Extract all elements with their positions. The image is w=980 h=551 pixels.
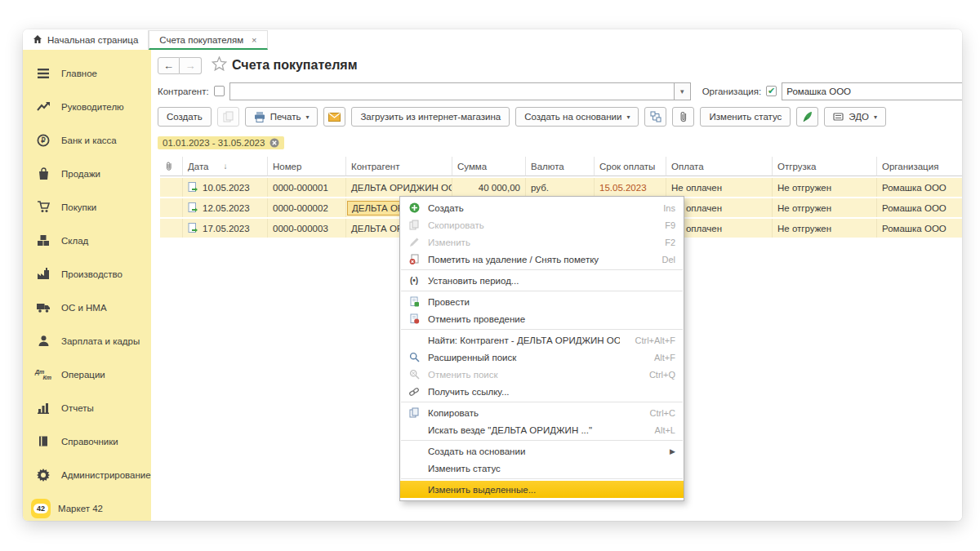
period-filter-chip[interactable]: 01.01.2023 - 31.05.2023 <box>158 136 284 149</box>
sidebar-item-sales[interactable]: Продажи <box>23 157 151 190</box>
cell-text: 17.05.2023 <box>203 224 250 233</box>
email-button[interactable] <box>323 107 345 127</box>
copy-document-button[interactable] <box>217 107 239 127</box>
tab-home[interactable]: Начальная страница <box>23 30 149 50</box>
create-button-label: Создать <box>167 112 203 122</box>
sidebar-item-references[interactable]: Справочники <box>23 424 151 458</box>
remove-filter-icon[interactable] <box>270 138 279 148</box>
cell-due: 15.05.2023 <box>595 178 666 197</box>
menu-item-create[interactable]: Создать Ins <box>400 199 684 216</box>
menu-item-change-status[interactable]: Изменить статус <box>400 460 684 477</box>
favorite-star-icon[interactable] <box>212 56 227 74</box>
column-label: Оплата <box>671 162 704 171</box>
advanced-search-icon <box>408 352 421 362</box>
factory-icon <box>35 266 51 282</box>
menu-item-get-link[interactable]: Получить ссылку... <box>400 383 684 400</box>
sidebar-item-main[interactable]: Главное <box>23 56 151 90</box>
org-checkbox[interactable]: ✔ <box>766 86 777 96</box>
cell-number: 0000-000003 <box>268 219 346 238</box>
sidebar-item-purchases[interactable]: Покупки <box>23 190 151 224</box>
column-label: Отгрузка <box>777 162 816 171</box>
menu-item-find-kontragent[interactable]: Найти: Контрагент - ДЕЛЬТА ОРИДЖИН ООО C… <box>400 331 684 349</box>
column-header-payment[interactable]: Оплата <box>666 157 773 176</box>
sidebar-item-production[interactable]: Производство <box>23 257 151 291</box>
menu-item-shortcut: Alt+L <box>655 425 675 435</box>
sidebar-item-label: Главное <box>61 69 97 78</box>
shopping-cart-icon <box>35 199 51 216</box>
related-documents-button[interactable] <box>644 107 666 127</box>
table-row[interactable]: 10.05.2023 0000-000001 ДЕЛЬТА ОРИДЖИН ОО… <box>160 178 962 197</box>
sidebar-item-reports[interactable]: Отчеты <box>23 391 151 424</box>
menu-item-cancel-search[interactable]: Отменить поиск Ctrl+Q <box>400 366 684 383</box>
sidebar-item-label: Банк и касса <box>61 136 117 145</box>
print-button[interactable]: Печать▾ <box>245 107 318 127</box>
tab-invoices-label: Счета покупателям <box>159 35 243 45</box>
cell-attachments <box>160 198 183 217</box>
back-button[interactable]: ← <box>158 57 180 74</box>
menu-item-advanced-search[interactable]: Расширенный поиск Alt+F <box>400 349 684 366</box>
sidebar-item-warehouse[interactable]: Склад <box>23 224 151 257</box>
tab-close-icon[interactable]: × <box>252 35 256 45</box>
menu-separator <box>401 402 683 402</box>
column-header-number[interactable]: Номер <box>268 157 346 176</box>
sidebar-item-label: Зарплата и кадры <box>61 336 140 346</box>
menu-item-label: Отменить поиск <box>428 370 635 380</box>
sidebar-item-market42[interactable]: 42 Маркет 42 <box>23 491 151 521</box>
column-header-attachments[interactable] <box>160 157 183 176</box>
sidebar-item-administration[interactable]: Администрирование <box>23 458 151 491</box>
menu-item-create-based-on[interactable]: Создать на основании ▶ <box>400 442 684 460</box>
kontragent-input[interactable] <box>229 82 675 100</box>
column-header-currency[interactable]: Валюта <box>526 157 595 176</box>
sidebar-item-bank[interactable]: ₽ Банк и касса <box>23 123 151 157</box>
sidebar-item-fixed-assets[interactable]: ОС и НМА <box>23 291 151 324</box>
cell-text: ДЕЛЬТА ОРИДЖИН ООО <box>351 183 452 193</box>
edo-icon <box>833 112 844 122</box>
load-from-shop-button[interactable]: Загрузить из интернет-магазина <box>351 107 510 127</box>
column-header-org[interactable]: Организация <box>877 157 962 176</box>
cell-text: 0000-000002 <box>273 203 328 213</box>
edo-button[interactable]: ЭДО▾ <box>824 107 886 127</box>
menu-item-copy-document[interactable]: Скопировать F9 <box>400 216 684 233</box>
forward-arrow-icon: → <box>185 60 196 72</box>
filter-chips-row: 01.01.2023 - 31.05.2023 <box>158 135 962 149</box>
nav-row: ← → Счета покупателям <box>158 55 962 76</box>
create-button[interactable]: Создать <box>158 107 212 127</box>
caret-down-icon: ▾ <box>874 113 877 121</box>
sign-button[interactable] <box>796 107 818 127</box>
sidebar-item-label: ОС и НМА <box>61 303 107 313</box>
menu-item-label: Получить ссылку... <box>428 387 661 397</box>
column-header-due[interactable]: Срок оплаты <box>595 157 666 176</box>
cell-payment: Не оплачен <box>666 178 773 197</box>
menu-item-copy[interactable]: Копировать Ctrl+C <box>400 404 684 421</box>
kontragent-dropdown-button[interactable]: ▾ <box>675 82 691 100</box>
menu-item-search-everywhere[interactable]: Искать везде "ДЕЛЬТА ОРИДЖИН ..." Alt+L <box>400 421 684 438</box>
org-input[interactable] <box>782 82 962 100</box>
menu-item-mark-deletion[interactable]: Пометить на удаление / Снять пометку Del <box>400 251 684 268</box>
menu-item-edit-selected[interactable]: Изменить выделенные... <box>400 481 684 498</box>
tab-invoices[interactable]: Счета покупателям × <box>149 30 267 50</box>
attachments-button[interactable] <box>672 107 694 127</box>
column-header-shipment[interactable]: Отгрузка <box>773 157 877 176</box>
cell-text: 0000-000001 <box>273 183 328 193</box>
sidebar-item-manager[interactable]: Руководителю <box>23 90 151 123</box>
create-based-on-label: Создать на основании <box>524 112 621 122</box>
column-label: Срок оплаты <box>599 162 655 171</box>
period-glyph: (•) <box>410 276 418 285</box>
envelope-icon <box>328 113 341 122</box>
bar-chart-icon <box>35 400 51 416</box>
sidebar-item-payroll[interactable]: Зарплата и кадры <box>23 324 151 358</box>
change-status-button[interactable]: Изменить статус <box>700 107 791 127</box>
menu-item-post[interactable]: Провести <box>400 293 684 310</box>
column-header-kontragent[interactable]: Контрагент <box>346 157 452 176</box>
column-header-sum[interactable]: Сумма <box>452 157 526 176</box>
sidebar-item-label: Справочники <box>61 437 118 447</box>
forward-button[interactable]: → <box>180 57 202 74</box>
menu-item-unpost[interactable]: Отменить проведение <box>400 310 684 327</box>
sidebar-item-operations[interactable]: Дт Кт Операции <box>23 358 151 391</box>
create-based-on-button[interactable]: Создать на основании▾ <box>515 107 639 127</box>
column-header-date[interactable]: Дата↓ <box>183 157 268 176</box>
menu-item-set-period[interactable]: (•) Установить период... <box>400 272 684 289</box>
copy-document-icon <box>223 111 234 122</box>
kontragent-checkbox[interactable] <box>214 86 225 96</box>
menu-item-edit[interactable]: Изменить F2 <box>400 233 684 251</box>
